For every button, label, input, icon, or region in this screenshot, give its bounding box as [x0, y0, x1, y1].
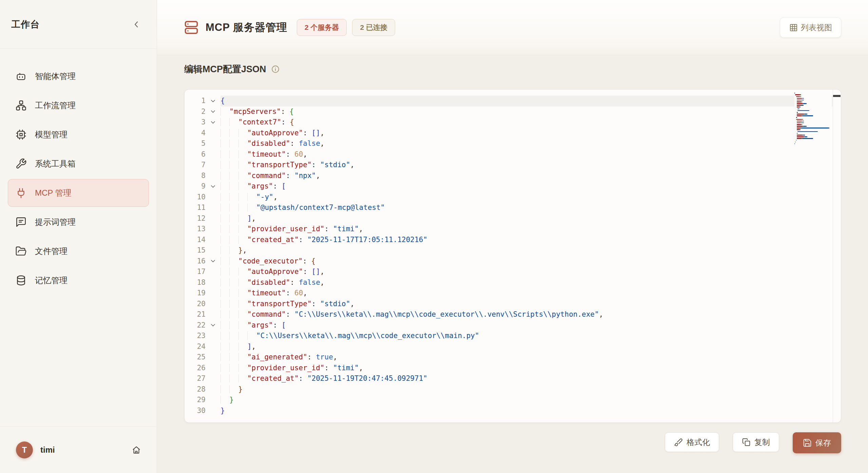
copy-label: 复制	[754, 437, 770, 448]
fold-chevron-icon[interactable]	[206, 106, 220, 117]
editor-line[interactable]: 21 "command": "C:\\Users\\keta\\.mag\\mc…	[185, 309, 841, 320]
fold-spacer	[206, 288, 220, 299]
sidebar-item-database[interactable]: 记忆管理	[8, 267, 149, 294]
code-text[interactable]: "autoApprove": [],	[220, 128, 841, 139]
home-button[interactable]	[130, 443, 143, 457]
editor-line[interactable]: 12 ],	[185, 213, 841, 224]
code-text[interactable]: "timeout": 60,	[220, 149, 841, 160]
editor-line[interactable]: 20 "transportType": "stdio",	[185, 299, 841, 310]
sidebar-item-label: 系统工具箱	[35, 158, 76, 169]
fold-spacer	[206, 331, 220, 341]
code-text[interactable]: "args": [	[220, 181, 841, 192]
editor-line[interactable]: 28 }	[185, 384, 841, 395]
editor-line[interactable]: 5 "disabled": false,	[185, 138, 841, 149]
save-button[interactable]: 保存	[793, 432, 841, 453]
code-text[interactable]: "-y",	[220, 192, 841, 203]
editor-line[interactable]: 14 "created_at": "2025-11-17T17:05:11.12…	[185, 235, 841, 245]
sidebar-item-wrench[interactable]: 系统工具箱	[8, 150, 149, 178]
editor-line[interactable]: 16 "code_executor": {	[185, 256, 841, 267]
code-text[interactable]: "autoApprove": [],	[220, 267, 841, 277]
editor-line[interactable]: 3 "context7": {	[185, 117, 841, 128]
line-number: 17	[185, 267, 206, 277]
editor-minimap[interactable]	[794, 92, 832, 146]
sidebar-item-message[interactable]: 提示词管理	[8, 208, 149, 236]
editor-section-title: 编辑MCP配置JSON	[184, 63, 841, 76]
sidebar-header: 工作台	[0, 0, 157, 49]
sidebar-item-label: MCP 管理	[35, 188, 72, 198]
list-view-button[interactable]: 列表视图	[780, 17, 841, 38]
editor-line[interactable]: 18 "disabled": false,	[185, 277, 841, 288]
editor-line[interactable]: 27 "created_at": "2025-11-19T20:47:45.09…	[185, 373, 841, 384]
editor-line[interactable]: 10 "-y",	[185, 192, 841, 203]
editor-scrollbar-track[interactable]	[833, 90, 841, 422]
editor-line[interactable]: 9 "args": [	[185, 181, 841, 192]
info-icon[interactable]	[271, 65, 280, 74]
editor-line[interactable]: 8 "command": "npx",	[185, 171, 841, 181]
editor-line[interactable]: 23 "C:\\Users\\keta\\.mag\\mcp\\code_exe…	[185, 331, 841, 341]
code-text[interactable]: "transportType": "stdio",	[220, 299, 841, 310]
code-text[interactable]: "disabled": false,	[220, 138, 841, 149]
sidebar-item-cpu[interactable]: 模型管理	[8, 121, 149, 149]
code-text[interactable]: "provider_user_id": "timi",	[220, 363, 841, 374]
json-editor[interactable]: 1{2 "mcpServers": {3 "context7": {4 "aut…	[184, 89, 841, 423]
editor-line[interactable]: 22 "args": [	[185, 320, 841, 331]
code-text[interactable]: {	[220, 96, 841, 106]
avatar[interactable]: T	[16, 441, 33, 458]
code-text[interactable]: "timeout": 60,	[220, 288, 841, 299]
code-text[interactable]: "command": "C:\\Users\\keta\\.mag\\mcp\\…	[220, 309, 841, 320]
code-text[interactable]: "args": [	[220, 320, 841, 331]
fold-chevron-icon[interactable]	[206, 181, 220, 192]
code-text[interactable]: "code_executor": {	[220, 256, 841, 267]
code-text[interactable]: "ai_generated": true,	[220, 352, 841, 363]
code-text[interactable]: "created_at": "2025-11-17T17:05:11.12021…	[220, 235, 841, 245]
sidebar-collapse-button[interactable]	[130, 18, 143, 31]
line-number: 16	[185, 256, 206, 267]
code-text[interactable]: ],	[220, 213, 841, 224]
code-text[interactable]: }	[220, 395, 841, 406]
code-text[interactable]: },	[220, 245, 841, 256]
code-text[interactable]: "disabled": false,	[220, 277, 841, 288]
sidebar-item-network[interactable]: 工作流管理	[8, 92, 149, 119]
editor-line[interactable]: 13 "provider_user_id": "timi",	[185, 224, 841, 235]
plug-icon	[15, 187, 27, 199]
code-text[interactable]: "created_at": "2025-11-19T20:47:45.09297…	[220, 373, 841, 384]
editor-line[interactable]: 25 "ai_generated": true,	[185, 352, 841, 363]
fold-chevron-icon[interactable]	[206, 117, 220, 128]
format-button[interactable]: 格式化	[665, 432, 719, 452]
code-text[interactable]: "@upstash/context7-mcp@latest"	[220, 202, 841, 213]
line-number: 7	[185, 160, 206, 171]
code-text[interactable]: }	[220, 384, 841, 395]
fold-chevron-icon[interactable]	[206, 96, 220, 106]
sidebar-item-bot[interactable]: 智能体管理	[8, 62, 149, 90]
editor-line[interactable]: 2 "mcpServers": {	[185, 106, 841, 117]
code-text[interactable]: "provider_user_id": "timi",	[220, 224, 841, 235]
editor-line[interactable]: 1{	[185, 96, 841, 106]
editor-line[interactable]: 26 "provider_user_id": "timi",	[185, 363, 841, 374]
code-text[interactable]: "context7": {	[220, 117, 841, 128]
sidebar-item-plug[interactable]: MCP 管理	[8, 179, 149, 207]
copy-button[interactable]: 复制	[733, 432, 779, 452]
editor-line[interactable]: 29 }	[185, 395, 841, 406]
code-text[interactable]: ],	[220, 341, 841, 352]
code-text[interactable]: }	[220, 406, 841, 416]
editor-line[interactable]: 15 },	[185, 245, 841, 256]
code-text[interactable]: "command": "npx",	[220, 171, 841, 181]
editor-title: 编辑MCP配置JSON	[184, 63, 266, 75]
editor-line[interactable]: 24 ],	[185, 341, 841, 352]
editor-line[interactable]: 6 "timeout": 60,	[185, 149, 841, 160]
sidebar-item-label: 记忆管理	[35, 275, 67, 286]
fold-chevron-icon[interactable]	[206, 320, 220, 331]
editor-line[interactable]: 4 "autoApprove": [],	[185, 128, 841, 139]
code-text[interactable]: "C:\\Users\\keta\\.mag\\mcp\\code_execut…	[220, 331, 841, 341]
editor-line[interactable]: 30}	[185, 406, 841, 416]
code-text[interactable]: "mcpServers": {	[220, 106, 841, 117]
code-text[interactable]: "transportType": "stdio",	[220, 160, 841, 171]
editor-line[interactable]: 11 "@upstash/context7-mcp@latest"	[185, 202, 841, 213]
editor-scrollbar-thumb[interactable]	[833, 95, 841, 97]
sidebar-item-folder[interactable]: 文件管理	[8, 237, 149, 265]
editor-line[interactable]: 19 "timeout": 60,	[185, 288, 841, 299]
fold-spacer	[206, 235, 220, 245]
fold-chevron-icon[interactable]	[206, 256, 220, 267]
editor-line[interactable]: 7 "transportType": "stdio",	[185, 160, 841, 171]
editor-line[interactable]: 17 "autoApprove": [],	[185, 267, 841, 277]
